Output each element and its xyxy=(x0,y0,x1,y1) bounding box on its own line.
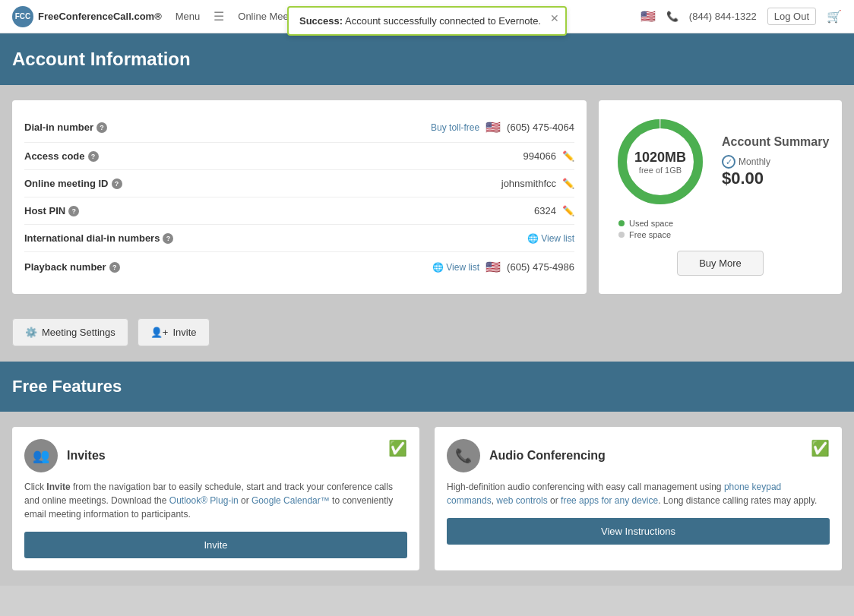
close-icon[interactable]: ✕ xyxy=(550,12,559,24)
audio-icon: 📞 xyxy=(447,439,480,472)
flag-icon: 🇺🇸 xyxy=(640,9,656,24)
nav-right: 🇺🇸 📞 (844) 844-1322 Log Out 🛒 xyxy=(640,8,842,25)
buy-more-button[interactable]: Buy More xyxy=(677,251,764,276)
intl-dialin-help-icon[interactable]: ? xyxy=(163,233,173,244)
donut-center: 1020MB free of 1GB xyxy=(634,150,686,175)
hamburger-icon[interactable]: ☰ xyxy=(214,9,224,24)
free-features-header: Free Features xyxy=(0,362,854,412)
dial-in-help-icon[interactable]: ? xyxy=(96,122,107,133)
phone-icon: 📞 xyxy=(666,11,678,22)
invites-top: 👥 Invites ✅ xyxy=(24,439,407,472)
meeting-id-number: johnsmithfcc xyxy=(501,178,556,189)
storage-of-label: free of 1GB xyxy=(634,166,686,175)
globe-icon: 🌐 xyxy=(527,233,539,244)
host-pin-row: Host PIN ? 6324 ✏️ xyxy=(24,197,574,225)
playback-value: 🌐 View list 🇺🇸 (605) 475-4986 xyxy=(207,260,574,274)
legend-used-label: Used space xyxy=(629,219,673,228)
invite-label: Invite xyxy=(172,327,196,338)
audio-feature-card: 📞 Audio Conferencing ✅ High-definition a… xyxy=(435,427,842,570)
free-dot-icon xyxy=(618,232,625,238)
audio-title: Audio Conferencing xyxy=(489,449,606,463)
intl-dialin-text: International dial-in numbers xyxy=(24,232,160,244)
meeting-id-help-icon[interactable]: ? xyxy=(112,178,122,189)
main-content: Dial-in number ? Buy toll-free 🇺🇸 (605) … xyxy=(0,85,854,309)
audio-action-button[interactable]: View Instructions xyxy=(447,518,830,545)
storage-donut-chart: 1020MB free of 1GB xyxy=(611,112,710,211)
summary-top: 1020MB free of 1GB Account Summary ✓ Mon… xyxy=(611,112,830,211)
meeting-id-label: Online meeting ID ? xyxy=(24,178,207,189)
dial-in-text: Dial-in number xyxy=(24,122,93,133)
playback-help-icon[interactable]: ? xyxy=(109,262,120,273)
account-title: Account Information xyxy=(12,49,842,70)
dial-in-number: (605) 475-4064 xyxy=(507,122,574,133)
monthly-label: Monthly xyxy=(739,156,770,167)
invites-action-button[interactable]: Invite xyxy=(24,532,407,558)
audio-check-icon: ✅ xyxy=(811,439,830,457)
success-banner: Success: Account successfully connected … xyxy=(287,6,567,36)
host-pin-text: Host PIN xyxy=(24,205,65,216)
nav-logo[interactable]: FCC FreeConferenceCall.com® xyxy=(12,6,162,27)
free-features-content: 👥 Invites ✅ Click Invite from the naviga… xyxy=(0,412,854,586)
legend-used: Used space xyxy=(618,219,673,228)
access-code-help-icon[interactable]: ? xyxy=(88,151,99,162)
web-controls-link[interactable]: web controls xyxy=(496,495,547,506)
buy-tollfree-link[interactable]: Buy toll-free xyxy=(431,122,479,133)
invites-check-icon: ✅ xyxy=(388,439,407,457)
playback-flag-icon: 🇺🇸 xyxy=(486,260,501,274)
free-apps-link[interactable]: free apps for any device xyxy=(561,495,658,506)
summary-price: $0.00 xyxy=(722,169,764,188)
invites-description: Click Invite from the navigation bar to … xyxy=(24,480,407,521)
intl-dialin-label: International dial-in numbers ? xyxy=(24,232,207,244)
cart-icon[interactable]: 🛒 xyxy=(827,9,842,24)
success-prefix: Success: xyxy=(299,15,343,27)
access-code-edit-icon[interactable]: ✏️ xyxy=(562,150,574,162)
summary-monthly: ✓ Monthly xyxy=(722,155,770,169)
dial-in-row: Dial-in number ? Buy toll-free 🇺🇸 (605) … xyxy=(24,112,574,143)
logout-button[interactable]: Log Out xyxy=(767,8,816,25)
google-calendar-link[interactable]: Google Calendar™ xyxy=(251,495,330,506)
invites-title: Invites xyxy=(67,449,106,463)
invites-feature-card: 👥 Invites ✅ Click Invite from the naviga… xyxy=(12,427,419,570)
playback-view-list-link[interactable]: 🌐 View list xyxy=(432,262,479,273)
legend-free-label: Free space xyxy=(629,230,671,239)
account-summary-title: Account Summary xyxy=(722,135,829,149)
meeting-id-edit-icon[interactable]: ✏️ xyxy=(562,178,574,189)
playback-label: Playback number ? xyxy=(24,261,207,273)
intl-view-list-link[interactable]: 🌐 View list xyxy=(527,233,574,244)
dial-in-value: Buy toll-free 🇺🇸 (605) 475-4064 xyxy=(207,120,574,134)
playback-number: (605) 475-4986 xyxy=(507,261,574,273)
invite-button[interactable]: 👤+ Invite xyxy=(138,318,210,346)
playback-row: Playback number ? 🌐 View list 🇺🇸 (605) 4… xyxy=(24,252,574,282)
account-header: Account Information xyxy=(0,33,854,85)
host-pin-value: 6324 ✏️ xyxy=(207,205,574,216)
access-code-text: Access code xyxy=(24,150,85,162)
gear-icon: ⚙️ xyxy=(25,327,37,338)
dial-in-label: Dial-in number ? xyxy=(24,122,207,133)
host-pin-help-icon[interactable]: ? xyxy=(68,206,79,216)
host-pin-edit-icon[interactable]: ✏️ xyxy=(562,205,574,216)
free-features-title: Free Features xyxy=(12,377,842,396)
access-code-row: Access code ? 994066 ✏️ xyxy=(24,143,574,170)
audio-top: 📞 Audio Conferencing ✅ xyxy=(447,439,830,472)
legend-free: Free space xyxy=(618,230,673,239)
us-flag-icon: 🇺🇸 xyxy=(486,120,501,134)
audio-icon-title: 📞 Audio Conferencing xyxy=(447,439,606,472)
meeting-settings-button[interactable]: ⚙️ Meeting Settings xyxy=(12,318,128,346)
access-code-value: 994066 ✏️ xyxy=(207,150,574,162)
meeting-id-value: johnsmithfcc ✏️ xyxy=(207,178,574,189)
invite-bold: Invite xyxy=(46,482,70,492)
success-message: Account successfully connected to Everno… xyxy=(345,15,541,27)
menu-link[interactable]: Menu xyxy=(176,11,201,22)
logo-icon: FCC xyxy=(12,6,33,27)
outlook-link[interactable]: Outlook® Plug-in xyxy=(169,495,239,506)
globe2-icon: 🌐 xyxy=(432,262,444,273)
phone-number: (844) 844-1322 xyxy=(689,11,757,22)
playback-text: Playback number xyxy=(24,261,106,273)
meeting-settings-label: Meeting Settings xyxy=(42,327,115,338)
storage-legend: Used space Free space xyxy=(618,219,673,242)
used-dot-icon xyxy=(618,220,625,226)
summary-right: Account Summary ✓ Monthly $0.00 xyxy=(722,135,829,188)
access-code-label: Access code ? xyxy=(24,150,207,162)
invites-icon: 👥 xyxy=(24,439,58,472)
logo-text: FreeConferenceCall.com® xyxy=(38,11,162,22)
